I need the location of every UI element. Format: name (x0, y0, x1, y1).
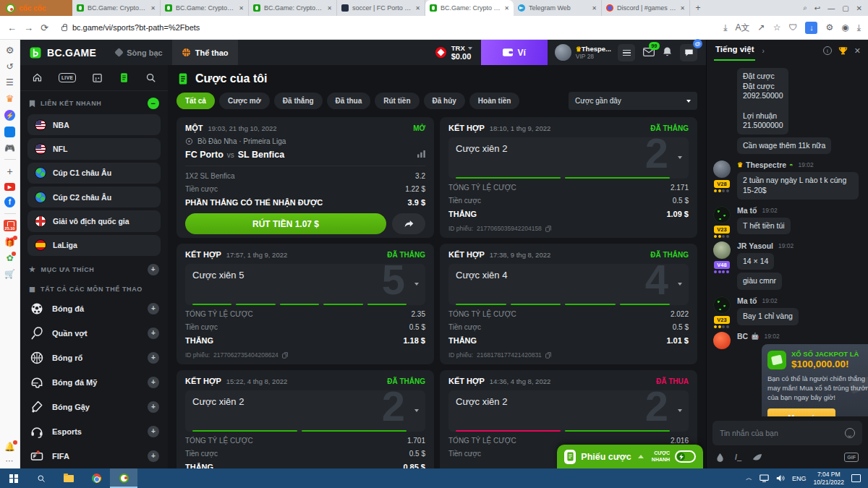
expand-sport-button[interactable]: + (148, 377, 159, 388)
add-favorite-button[interactable]: + (148, 264, 159, 275)
language-indicator[interactable]: ENG (792, 475, 807, 482)
combo-panel[interactable]: Cược xiên 2 2 (185, 390, 425, 432)
combo-panel[interactable]: Cược xiên 2 2 (448, 137, 689, 179)
extensions-icon[interactable]: ⚙ (825, 22, 833, 33)
wallet-button[interactable]: Ví (481, 40, 548, 65)
expand-sport-button[interactable]: + (148, 450, 159, 462)
bookmark-star-icon[interactable]: ☆ (773, 22, 781, 33)
recent-tabs-icon[interactable]: ↩ (814, 4, 820, 12)
url-text[interactable]: bc.game/vi/sports?bt-path=%2Fbets (72, 23, 200, 32)
newsfeed-icon[interactable]: ☰ (6, 77, 14, 87)
copy-icon[interactable] (282, 352, 288, 359)
browser-tab[interactable]: Telegram Web ✕ (514, 0, 602, 16)
user-avatar[interactable] (555, 44, 571, 61)
sidebar-item-tennis[interactable]: Quần vợt + (20, 321, 168, 346)
combo-panel[interactable]: Cược xiên 4 4 (448, 264, 689, 305)
browser-tab[interactable]: BC.Game: Crypto Casino ✕ (249, 0, 337, 16)
sidebar-item-cricket[interactable]: Bóng Gậy + (20, 395, 168, 419)
currency-selector[interactable]: TRX $0.00 (435, 44, 481, 61)
taskbar-clock[interactable]: 7:04 PM 10/21/2022 (813, 471, 844, 486)
copy-icon[interactable] (545, 226, 551, 232)
bc-bot-avatar[interactable] (713, 332, 731, 349)
start-button[interactable] (0, 468, 27, 488)
downloads-tray-icon[interactable]: ⤓ (857, 22, 861, 33)
trophy-icon[interactable] (838, 46, 848, 56)
browser-tab[interactable]: Discord | #games | B ✕ (602, 0, 690, 16)
sidebar-item-american-football[interactable]: Bóng đá Mỹ + (20, 370, 168, 395)
caret-down-icon[interactable] (678, 283, 682, 286)
expand-sport-button[interactable]: + (148, 328, 159, 339)
nav-casino[interactable]: Sòng bạc (106, 40, 172, 65)
expand-sport-button[interactable]: + (148, 426, 159, 437)
forward-icon[interactable]: → (24, 22, 33, 33)
close-button[interactable]: ✕ (856, 4, 862, 12)
volume-icon[interactable] (776, 474, 785, 482)
browser-tab[interactable]: BC.Game: Crypto Casino ✕ (161, 0, 249, 16)
browser-tab[interactable]: BC.Game: Crypto Casino ✕ (72, 0, 161, 16)
filter-lost[interactable]: Đã thua (327, 93, 371, 109)
sale-event-icon[interactable]: 25.10 (4, 220, 17, 231)
coccoc-brand[interactable]: cốc cốc (0, 0, 72, 16)
filter-cashout[interactable]: Rút tiền (375, 93, 419, 109)
browser-tab[interactable]: soccer | FC Porto vs SL B ✕ (337, 0, 425, 16)
sidebar-item-laliga[interactable]: LaLiga (27, 235, 161, 256)
tab-close-icon[interactable]: ✕ (592, 5, 597, 12)
user-info[interactable]: ♛Thespe... VIP 28 (576, 45, 611, 60)
tab-close-icon[interactable]: ✕ (504, 5, 509, 12)
buy-ticket-button[interactable]: Mua vé (767, 408, 835, 416)
browser-tab-active[interactable]: BC.Game: Crypto Casino ✕ (425, 0, 514, 16)
bcgame-logo[interactable]: BC.GAME (20, 46, 106, 59)
messenger-icon[interactable]: ⚡ (4, 110, 15, 121)
filter-open[interactable]: Cược mở (219, 93, 270, 109)
cashout-button[interactable]: RÚT TIỀN 1.07 $ (185, 213, 386, 234)
quick-bet-toggle[interactable] (675, 450, 696, 463)
reload-icon[interactable]: ⟳ (41, 22, 48, 33)
user-avatar[interactable] (713, 160, 731, 178)
chevron-right-icon[interactable]: › (762, 47, 764, 55)
user-avatar[interactable] (713, 206, 731, 223)
action-center-icon[interactable] (851, 474, 861, 482)
history-icon[interactable]: ↺ (6, 61, 13, 72)
zalo-icon[interactable] (4, 127, 15, 137)
expand-sport-button[interactable]: + (148, 352, 159, 364)
tab-close-icon[interactable]: ✕ (680, 5, 685, 12)
cart-icon[interactable]: 🛒 (4, 269, 15, 279)
notifications-bell-icon[interactable]: 🔔 (4, 442, 15, 452)
chat-message-input[interactable] (720, 429, 845, 437)
coccoc-taskbar-button[interactable] (110, 468, 137, 488)
tray-expand-icon[interactable]: ︿ (746, 474, 752, 483)
message-username[interactable]: JR Yasoul (737, 241, 773, 250)
youtube-icon[interactable]: ▶ (4, 183, 15, 191)
user-avatar[interactable] (713, 296, 731, 314)
shield-icon[interactable]: 🛡 (788, 22, 797, 33)
emoji-icon[interactable] (845, 428, 855, 438)
gif-button[interactable]: GIF (844, 453, 859, 462)
stats-icon[interactable] (417, 150, 425, 160)
sidebar-item-national-league[interactable]: Giải vô địch quốc gia (27, 210, 161, 231)
chrome-button[interactable] (82, 468, 110, 488)
chat-toggle-button[interactable]: @ (680, 44, 697, 61)
search-icon[interactable] (145, 72, 156, 83)
url-bar[interactable]: bc.game/vi/sports?bt-path=%2Fbets (56, 23, 716, 32)
combo-panel[interactable]: Cược xiên 2 2 (448, 390, 689, 432)
match-row[interactable]: FC Porto vs SL Benfica (185, 150, 425, 166)
sidebar-item-basketball[interactable]: Bóng rổ + (20, 346, 168, 370)
menu-button[interactable] (618, 44, 635, 61)
profile-icon[interactable]: ◉ (841, 22, 848, 33)
filter-cancelled[interactable]: Đã hủy (424, 93, 465, 109)
tab-search-icon[interactable]: ⌕ (803, 4, 807, 12)
tab-close-icon[interactable]: ✕ (327, 5, 332, 12)
rain-rewards-icon[interactable] (716, 453, 724, 462)
crown-icon[interactable]: ♛ (6, 93, 14, 104)
filter-all[interactable]: Tất cả (176, 93, 215, 109)
collapse-button[interactable]: − (148, 98, 159, 109)
gamepad-icon[interactable]: 🎮 (4, 143, 15, 153)
settings-gear-icon[interactable]: ⚙ (6, 45, 14, 56)
inbox-button[interactable]: 99 (643, 46, 655, 59)
home-icon[interactable] (32, 72, 43, 83)
sidebar-item-cup-c2[interactable]: Cúp C2 châu Âu (27, 187, 161, 207)
translate-icon[interactable]: A文 (736, 22, 750, 34)
my-bets-icon[interactable] (119, 72, 129, 83)
notifications-button[interactable] (663, 46, 672, 59)
filter-refund[interactable]: Hoàn tiền (469, 93, 520, 109)
